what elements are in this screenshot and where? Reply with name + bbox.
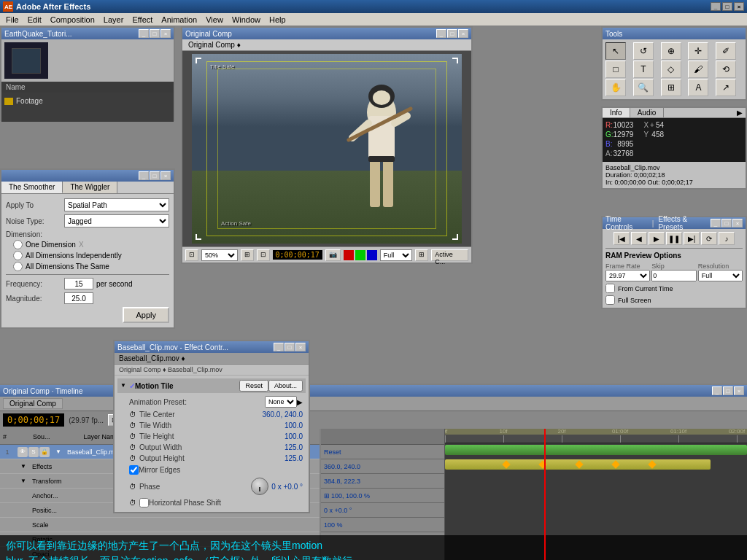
menu-edit[interactable]: Edit xyxy=(23,15,46,25)
loop-btn[interactable]: ⟳ xyxy=(701,232,717,245)
timeline-close[interactable]: × xyxy=(734,386,744,395)
tool-stamp[interactable]: ⟲ xyxy=(716,61,736,78)
tool-mask[interactable]: ◇ xyxy=(661,61,681,78)
effect-close[interactable]: × xyxy=(295,343,306,351)
info-expand[interactable]: ▶ xyxy=(734,108,746,117)
tile-center-value[interactable]: 360.0, 240.0 xyxy=(262,411,303,419)
quality-select[interactable]: Full xyxy=(380,249,413,261)
smoother-close[interactable]: × xyxy=(160,171,171,180)
tool-move[interactable]: ✛ xyxy=(688,42,708,60)
resolution-select[interactable]: Full xyxy=(698,270,743,281)
phase-knob[interactable] xyxy=(251,478,268,495)
mirror-edges-check[interactable] xyxy=(129,465,139,475)
keyframe-3[interactable] xyxy=(575,460,583,468)
tile-height-value[interactable]: 100.0 xyxy=(285,432,303,440)
viewer-fit-btn[interactable]: ⊞ xyxy=(241,249,254,261)
viewer-safe-btn[interactable]: ⊡ xyxy=(257,249,270,261)
layer-scale[interactable]: Scale xyxy=(0,518,320,532)
green-channel[interactable] xyxy=(355,250,365,260)
minimize-button[interactable]: _ xyxy=(711,2,721,11)
smoother-minimize[interactable]: _ xyxy=(139,171,149,180)
viewer-cam-btn[interactable]: 📷 xyxy=(325,249,341,261)
skip-input[interactable] xyxy=(651,270,696,281)
tool-arrow[interactable]: ↗ xyxy=(716,79,736,96)
viewer-active-cam-btn[interactable]: Active C... xyxy=(431,249,468,261)
menu-file[interactable]: File xyxy=(1,15,23,25)
skip-fwd-btn[interactable]: ▶| xyxy=(684,232,700,245)
timeline-maximize[interactable]: □ xyxy=(723,386,733,395)
layer-lock-icon[interactable]: 🔒 xyxy=(39,447,50,457)
output-width-value[interactable]: 125.0 xyxy=(285,443,303,451)
reset-button[interactable]: Reset xyxy=(239,380,268,392)
apply-to-select[interactable]: Spatial Path xyxy=(64,198,169,211)
time-close[interactable]: × xyxy=(732,219,743,228)
pause-btn[interactable]: ❚❚ xyxy=(666,232,682,245)
viewer-timecode[interactable]: 0;00;00;17 xyxy=(273,250,322,260)
tool-rotate[interactable]: ↺ xyxy=(633,42,654,60)
time-maximize[interactable]: □ xyxy=(721,219,732,228)
comp-maximize[interactable]: □ xyxy=(447,29,457,38)
menu-effect[interactable]: Effect xyxy=(128,15,157,25)
menu-composition[interactable]: Composition xyxy=(46,15,99,25)
tool-select[interactable]: ↖ xyxy=(605,42,626,60)
red-channel[interactable] xyxy=(344,250,354,260)
playhead[interactable] xyxy=(544,429,546,560)
effect-minimize[interactable]: _ xyxy=(274,343,284,351)
tile-width-stopwatch[interactable]: ⏱ xyxy=(129,421,136,429)
menu-view[interactable]: View xyxy=(201,15,228,25)
viewer-toggle-btn[interactable]: ⊞ xyxy=(415,249,428,261)
project-footage-item[interactable]: Footage xyxy=(4,96,171,106)
tool-zoom[interactable]: ⊕ xyxy=(661,42,681,60)
skip-back-btn[interactable]: |◀ xyxy=(614,232,630,245)
tile-width-value[interactable]: 100.0 xyxy=(285,421,303,429)
maximize-button[interactable]: □ xyxy=(722,2,732,11)
from-current-check[interactable] xyxy=(605,284,615,293)
layer-1-expand[interactable]: ▼ xyxy=(53,448,64,455)
viewer-home-btn[interactable]: ⊡ xyxy=(185,249,198,261)
timeline-minimize[interactable]: _ xyxy=(712,386,722,395)
output-width-stopwatch[interactable]: ⏱ xyxy=(129,443,136,451)
layer-solo-icon[interactable]: S xyxy=(28,447,39,457)
comp-tab[interactable]: Original Comp ♦ xyxy=(182,39,471,51)
timeline-timecode[interactable]: 0;00;00;17 xyxy=(3,413,64,427)
output-height-value[interactable]: 125.0 xyxy=(285,454,303,462)
layer-eye-icon[interactable]: 👁 xyxy=(18,447,28,457)
close-button[interactable]: × xyxy=(734,2,744,11)
tool-text[interactable]: T xyxy=(633,61,654,78)
tool-search[interactable]: 🔍 xyxy=(633,79,654,96)
timeline-comp-tab[interactable]: Original Comp xyxy=(3,398,63,409)
tool-hand[interactable]: ✋ xyxy=(605,79,626,96)
dim-all-same-radio[interactable] xyxy=(13,262,23,271)
play-btn[interactable]: ▶ xyxy=(649,232,665,245)
project-close[interactable]: × xyxy=(160,29,171,38)
frequency-input[interactable] xyxy=(64,278,93,289)
step-back-btn[interactable]: ◀ xyxy=(631,232,647,245)
project-minimize[interactable]: _ xyxy=(139,29,149,38)
tab-audio[interactable]: Audio xyxy=(630,108,665,117)
blue-channel[interactable] xyxy=(367,250,377,260)
menu-window[interactable]: Window xyxy=(228,15,265,25)
effects-expand[interactable]: ▼ xyxy=(18,463,29,470)
noise-select[interactable]: Jagged xyxy=(64,214,169,228)
tool-grid[interactable]: ⊞ xyxy=(661,79,681,96)
about-button[interactable]: About... xyxy=(268,380,303,392)
tool-pen[interactable]: ✐ xyxy=(716,42,736,60)
horiz-phase-stopwatch[interactable]: ⏱ xyxy=(129,499,136,507)
transform-expand[interactable]: ▼ xyxy=(18,478,29,484)
effect-maximize[interactable]: □ xyxy=(285,343,295,351)
frame-rate-select[interactable]: 29.97 xyxy=(605,270,650,281)
anim-preset-select[interactable]: None xyxy=(265,396,297,408)
time-minimize[interactable]: _ xyxy=(711,219,721,228)
menu-help[interactable]: Help xyxy=(265,15,290,25)
anim-preset-arrow[interactable]: ▶ xyxy=(297,398,303,406)
comp-minimize[interactable]: _ xyxy=(436,29,446,38)
phase-stopwatch[interactable]: ⏱ xyxy=(129,483,136,491)
zoom-select[interactable]: 50% xyxy=(201,249,238,261)
tool-brush[interactable]: 🖌 xyxy=(688,61,708,78)
audio-btn[interactable]: ♪ xyxy=(719,232,735,245)
tab-wiggler[interactable]: The Wiggler xyxy=(63,182,117,193)
motion-tile-expand[interactable]: ▼ xyxy=(120,382,128,389)
comp-close[interactable]: × xyxy=(458,29,468,38)
project-maximize[interactable]: □ xyxy=(150,29,160,38)
output-height-stopwatch[interactable]: ⏱ xyxy=(129,454,136,462)
